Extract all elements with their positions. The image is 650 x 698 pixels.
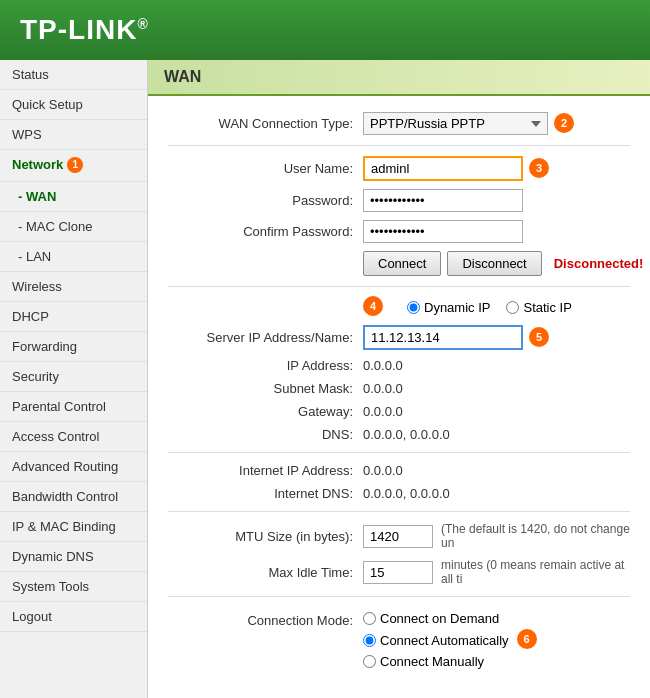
main-layout: StatusQuick SetupWPSNetwork1- WAN- MAC C…: [0, 60, 650, 698]
annotation-3: 3: [529, 158, 549, 178]
static-ip-option[interactable]: Static IP: [506, 300, 571, 315]
sidebar-item-bandwidth-control[interactable]: Bandwidth Control: [0, 482, 147, 512]
confirm-password-input[interactable]: [363, 220, 523, 243]
connect-on-demand-label: Connect on Demand: [380, 611, 499, 626]
sidebar-item-security[interactable]: Security: [0, 362, 147, 392]
sidebar-item-ip-mac-binding[interactable]: IP & MAC Binding: [0, 512, 147, 542]
logo: TP-LINK®: [20, 14, 149, 46]
annotation-5: 5: [529, 327, 549, 347]
sidebar-item-wireless[interactable]: Wireless: [0, 272, 147, 302]
sidebar-item-advanced-routing[interactable]: Advanced Routing: [0, 452, 147, 482]
dns-value: 0.0.0.0, 0.0.0.0: [363, 427, 450, 442]
sidebar-item-forwarding[interactable]: Forwarding: [0, 332, 147, 362]
mtu-hint: (The default is 1420, do not change un: [441, 522, 630, 550]
connect-auto-radio[interactable]: [363, 634, 376, 647]
annotation-2: 2: [554, 113, 574, 133]
dns-label: DNS:: [168, 427, 363, 442]
sidebar-item-dynamic-dns[interactable]: Dynamic DNS: [0, 542, 147, 572]
connection-mode-label: Connection Mode:: [168, 611, 363, 628]
subnet-mask-label: Subnet Mask:: [168, 381, 363, 396]
subnet-mask-value: 0.0.0.0: [363, 381, 403, 396]
connect-on-demand-row: Connect on Demand: [363, 611, 537, 626]
password-row: Password:: [168, 189, 630, 212]
form-area: WAN Connection Type: PPTP/Russia PPTPDyn…: [148, 96, 650, 698]
max-idle-hint: minutes (0 means remain active at all ti: [441, 558, 630, 586]
sidebar-item-status[interactable]: Status: [0, 60, 147, 90]
ip-address-label: IP Address:: [168, 358, 363, 373]
content-area: WAN WAN Connection Type: PPTP/Russia PPT…: [148, 60, 650, 698]
annotation-6: 6: [517, 629, 537, 649]
dns-row: DNS: 0.0.0.0, 0.0.0.0: [168, 427, 630, 442]
disconnected-status: Disconnected!: [554, 256, 644, 271]
wan-connection-type-select[interactable]: PPTP/Russia PPTPDynamic IPStatic IPPPPoE…: [363, 112, 548, 135]
connect-row: Connect Disconnect Disconnected!: [168, 251, 630, 276]
max-idle-row: Max Idle Time: minutes (0 means remain a…: [168, 558, 630, 586]
connect-manually-row: Connect Manually: [363, 654, 537, 669]
subnet-mask-row: Subnet Mask: 0.0.0.0: [168, 381, 630, 396]
connect-auto-option[interactable]: Connect Automatically: [363, 633, 509, 648]
sidebar-item-logout[interactable]: Logout: [0, 602, 147, 632]
annotation-1: 1: [67, 157, 83, 173]
sidebar-item-mac-clone[interactable]: - MAC Clone: [0, 212, 147, 242]
internet-ip-row: Internet IP Address: 0.0.0.0: [168, 463, 630, 478]
internet-ip-label: Internet IP Address:: [168, 463, 363, 478]
sidebar-item-parental-control[interactable]: Parental Control: [0, 392, 147, 422]
connection-mode-row: Connection Mode: Connect on Demand Conne…: [168, 607, 630, 677]
internet-dns-value: 0.0.0.0, 0.0.0.0: [363, 486, 450, 501]
connect-manually-option[interactable]: Connect Manually: [363, 654, 484, 669]
mtu-input[interactable]: [363, 525, 433, 548]
sidebar: StatusQuick SetupWPSNetwork1- WAN- MAC C…: [0, 60, 148, 698]
server-ip-input[interactable]: [363, 325, 523, 350]
max-idle-label: Max Idle Time:: [168, 565, 363, 580]
confirm-password-label: Confirm Password:: [168, 224, 363, 239]
page-title: WAN: [148, 60, 650, 96]
connect-on-demand-option[interactable]: Connect on Demand: [363, 611, 499, 626]
sidebar-item-quick-setup[interactable]: Quick Setup: [0, 90, 147, 120]
internet-ip-value: 0.0.0.0: [363, 463, 403, 478]
internet-dns-label: Internet DNS:: [168, 486, 363, 501]
wan-title: WAN: [164, 68, 201, 85]
password-input[interactable]: [363, 189, 523, 212]
connect-button[interactable]: Connect: [363, 251, 441, 276]
server-ip-label: Server IP Address/Name:: [168, 330, 363, 345]
header: TP-LINK®: [0, 0, 650, 60]
connection-mode-options: Connect on Demand Connect Automatically …: [363, 611, 537, 677]
sidebar-item-wps[interactable]: WPS: [0, 120, 147, 150]
internet-dns-row: Internet DNS: 0.0.0.0, 0.0.0.0: [168, 486, 630, 501]
static-ip-label: Static IP: [523, 300, 571, 315]
mtu-label: MTU Size (in bytes):: [168, 529, 363, 544]
disconnect-button[interactable]: Disconnect: [447, 251, 541, 276]
dynamic-ip-option[interactable]: Dynamic IP: [407, 300, 490, 315]
sidebar-item-dhcp[interactable]: DHCP: [0, 302, 147, 332]
username-input[interactable]: [363, 156, 523, 181]
sidebar-item-lan[interactable]: - LAN: [0, 242, 147, 272]
gateway-value: 0.0.0.0: [363, 404, 403, 419]
sidebar-item-network[interactable]: Network1: [0, 150, 147, 182]
confirm-password-row: Confirm Password:: [168, 220, 630, 243]
max-idle-input[interactable]: [363, 561, 433, 584]
username-label: User Name:: [168, 161, 363, 176]
gateway-label: Gateway:: [168, 404, 363, 419]
dynamic-ip-radio[interactable]: [407, 301, 420, 314]
server-ip-row: Server IP Address/Name: 5: [168, 325, 630, 350]
static-ip-radio[interactable]: [506, 301, 519, 314]
sidebar-item-access-control[interactable]: Access Control: [0, 422, 147, 452]
connect-auto-label: Connect Automatically: [380, 633, 509, 648]
dynamic-ip-label: Dynamic IP: [424, 300, 490, 315]
ip-mode-row: 4 Dynamic IP Static IP: [168, 297, 630, 317]
password-label: Password:: [168, 193, 363, 208]
gateway-row: Gateway: 0.0.0.0: [168, 404, 630, 419]
ip-address-value: 0.0.0.0: [363, 358, 403, 373]
logo-text: TP-LINK: [20, 14, 137, 45]
connect-manually-label: Connect Manually: [380, 654, 484, 669]
username-row: User Name: 3: [168, 156, 630, 181]
connect-auto-row: Connect Automatically 6: [363, 630, 537, 650]
sidebar-item-system-tools[interactable]: System Tools: [0, 572, 147, 602]
wan-connection-type-label: WAN Connection Type:: [168, 116, 363, 131]
connect-manually-radio[interactable]: [363, 655, 376, 668]
wan-connection-type-row: WAN Connection Type: PPTP/Russia PPTPDyn…: [168, 112, 630, 135]
mtu-row: MTU Size (in bytes): (The default is 142…: [168, 522, 630, 550]
annotation-4: 4: [363, 296, 383, 316]
sidebar-item-wan[interactable]: - WAN: [0, 182, 147, 212]
connect-on-demand-radio[interactable]: [363, 612, 376, 625]
